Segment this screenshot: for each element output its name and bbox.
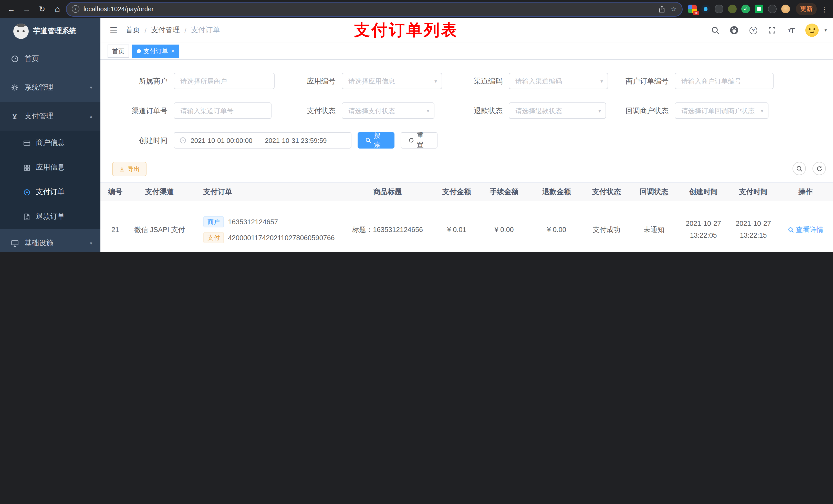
refund-status-select[interactable] (509, 107, 605, 115)
sidebar-item-pay-order[interactable]: 支付订单 (0, 180, 100, 205)
breadcrumb-current: 支付订单 (191, 26, 220, 35)
app-window: ← → ↻ ⌂ i localhost:1024/pay/order ☆ 10 … (0, 0, 833, 252)
cell-notify-status: 未通知 (629, 201, 678, 252)
tab-pay-order[interactable]: 支付订单 × (132, 44, 179, 57)
reset-button[interactable]: 重置 (401, 132, 437, 148)
sidebar-item-refund-order[interactable]: 退款订单 (0, 205, 100, 229)
extension-icon[interactable] (755, 5, 763, 13)
filter-label: 渠道编码 (474, 73, 503, 89)
sidebar-item-label: 支付管理 (25, 112, 53, 121)
view-detail-label: 查看详情 (796, 225, 824, 234)
pay-status-select[interactable] (342, 107, 434, 115)
channel-order-no: 4200001174202110278060590766 (228, 234, 335, 241)
close-icon[interactable]: × (171, 48, 175, 54)
extension-icon[interactable]: 10 (688, 5, 697, 13)
url-text[interactable]: localhost:1024/pay/order (84, 5, 654, 13)
column-header: 支付渠道 (130, 187, 189, 196)
font-size-icon[interactable]: тT (787, 26, 796, 35)
merchant-order-no-input[interactable] (675, 77, 773, 85)
column-header: 支付订单 (189, 187, 340, 196)
user-avatar[interactable] (806, 24, 819, 37)
document-icon (23, 213, 31, 221)
sidebar-item-app-info[interactable]: 应用信息 (0, 155, 100, 180)
filter-label: 所属商户 (139, 73, 168, 89)
export-button[interactable]: 导出 (112, 162, 146, 176)
logo-image (13, 24, 29, 39)
cell-title: 标题：1635312124656 (340, 201, 435, 252)
hamburger-icon[interactable]: ☰ (100, 25, 126, 35)
share-icon[interactable] (659, 5, 666, 13)
extensions-puzzle-icon[interactable] (768, 5, 777, 13)
github-icon[interactable] (730, 26, 739, 35)
magnifier-icon (788, 226, 794, 233)
create-date: 2021-10-27 (686, 218, 721, 230)
browser-update-button[interactable]: 更新 (796, 3, 817, 15)
filter-label: 退款状态 (474, 102, 503, 119)
browser-profile-avatar[interactable] (781, 5, 790, 13)
reload-icon[interactable]: ↻ (36, 3, 48, 15)
cell-refund: ¥ 0.00 (530, 201, 584, 252)
browser-menu-icon[interactable]: ⋮ (821, 5, 828, 13)
refresh-table-icon[interactable] (812, 162, 826, 175)
filter-app: 应用编号 ▾ (342, 73, 442, 89)
breadcrumb-home[interactable]: 首页 (126, 26, 140, 35)
extension-icon[interactable] (715, 5, 723, 13)
search-icon[interactable] (711, 26, 720, 35)
pay-date: 2021-10-27 (736, 218, 771, 230)
app-title: 芋道管理系统 (33, 27, 76, 36)
app-logo[interactable]: 芋道管理系统 (0, 18, 100, 45)
extension-icon[interactable] (741, 5, 750, 13)
column-header: 创建时间 (678, 187, 729, 196)
tabs-bar: 首页 支付订单 × (100, 43, 833, 60)
target-icon (23, 188, 31, 196)
chevron-down-icon: ▾ (90, 85, 92, 90)
sidebar-item-label: 退款订单 (36, 212, 65, 221)
cell-create-time: 2021-10-27 13:22:05 (678, 201, 729, 252)
address-bar[interactable]: i localhost:1024/pay/order ☆ (67, 2, 682, 16)
app-select[interactable] (342, 77, 442, 85)
export-button-label: 导出 (127, 165, 140, 173)
view-detail-link[interactable]: 查看详情 (788, 225, 824, 234)
fullscreen-icon[interactable] (768, 26, 777, 35)
sidebar-item-merchant-info[interactable]: 商户信息 (0, 130, 100, 155)
forward-icon[interactable]: → (21, 3, 33, 15)
column-header: 回调状态 (629, 187, 678, 196)
breadcrumb-pay[interactable]: 支付管理 (151, 26, 180, 35)
date-range-picker[interactable]: 2021-10-01 00:00:00 - 2021-10-31 23:59:5… (174, 132, 352, 148)
toggle-search-icon[interactable] (792, 162, 806, 175)
tab-home[interactable]: 首页 (108, 44, 129, 57)
help-icon[interactable]: ? (749, 26, 758, 35)
home-icon[interactable]: ⌂ (51, 3, 64, 15)
channel-order-no-input[interactable] (174, 107, 271, 115)
table-header-row: 编号支付渠道支付订单商品标题支付金额手续金额退款金额支付状态回调状态创建时间支付… (100, 182, 833, 201)
sidebar-item-pay[interactable]: ¥ 支付管理 ▴ (0, 102, 100, 130)
merchant-order-no: 1635312124657 (228, 218, 278, 225)
site-info-icon[interactable]: i (72, 5, 79, 13)
cell-amount: ¥ 0.01 (435, 201, 478, 252)
extension-icon[interactable] (728, 5, 737, 13)
search-button[interactable]: 搜索 (358, 132, 395, 148)
back-icon[interactable]: ← (5, 3, 18, 15)
header-actions: ? тT ▾ (711, 24, 833, 37)
filter-pay-status: 支付状态 ▾ (342, 102, 434, 119)
sidebar-item-system[interactable]: 系统管理 ▾ (0, 73, 100, 102)
avatar-caret-icon[interactable]: ▾ (825, 28, 827, 33)
search-icon (365, 137, 371, 143)
sidebar-item-label: 基础设施 (25, 239, 53, 248)
sidebar-submenu-pay: 商户信息 应用信息 支付订单 退款订单 (0, 130, 100, 229)
sidebar-item-home[interactable]: 首页 (0, 45, 100, 73)
bookmark-star-icon[interactable]: ☆ (671, 5, 677, 13)
sidebar-item-infra[interactable]: 基础设施 ▾ (0, 229, 100, 252)
app-header: ☰ 首页 / 支付管理 / 支付订单 支付订单列表 ? тT ▾ (100, 18, 833, 43)
channel-code-input[interactable] (509, 77, 608, 85)
filter-label: 商户订单编号 (625, 73, 669, 89)
notify-status-select[interactable] (675, 107, 768, 115)
extension-icon[interactable] (701, 5, 710, 13)
filter-notify-status: 回调商户状态 ▾ (675, 102, 768, 119)
filter-label: 回调商户状态 (625, 102, 669, 119)
pay-tag: 支付 (204, 232, 224, 243)
merchant-select[interactable] (174, 77, 274, 85)
search-button-label: 搜索 (374, 131, 387, 149)
column-header: 手续金额 (478, 187, 530, 196)
extension-badge: 10 (693, 11, 699, 15)
